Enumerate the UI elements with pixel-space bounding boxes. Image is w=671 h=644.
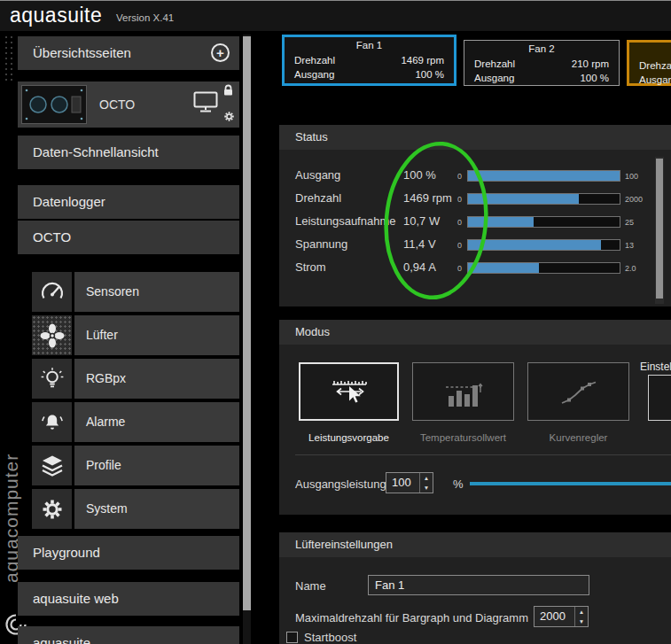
output-power-spinner[interactable]: 100 ▲▼ bbox=[386, 472, 433, 493]
mode-button-kurvenregler[interactable] bbox=[527, 362, 629, 421]
sidebar-item-label: Profile bbox=[74, 446, 239, 485]
sidebar-item-label: aquasuite web bbox=[33, 591, 119, 606]
aquasuite-window: aquasuite Version X.41 aquacomputer Über… bbox=[0, 0, 671, 644]
status-row: Ausgang 100 % 0 100 bbox=[279, 165, 671, 188]
status-panel: Status Ausgang 100 % 0 100 Drehzahl 1469… bbox=[279, 125, 671, 306]
fan-tab-2[interactable]: Fan 2 Drehzahl210 rpm Ausgang100 % bbox=[464, 40, 620, 86]
status-rows: Ausgang 100 % 0 100 Drehzahl 1469 rpm 0 … bbox=[279, 165, 671, 280]
mode-label-temperatursollwert: Temperatursollwert bbox=[409, 432, 518, 443]
fan-settings-panel: Lüftereinstellungen Name Fan 1 Maximaldr… bbox=[279, 532, 671, 644]
startboost-checkbox[interactable] bbox=[286, 632, 298, 643]
sidebar-item-system[interactable]: System bbox=[32, 489, 239, 529]
bargraph-fill bbox=[468, 171, 620, 181]
scrollbar-thumb[interactable] bbox=[243, 36, 251, 610]
fan-tab-3-partial[interactable]: Drehzahl Ausgang bbox=[627, 40, 671, 86]
status-bargraph bbox=[467, 170, 620, 182]
einstellungen-box-partial[interactable] bbox=[648, 375, 671, 421]
spinner-down-icon[interactable]: ▼ bbox=[420, 483, 433, 493]
fan-name-input[interactable]: Fan 1 bbox=[368, 575, 589, 595]
sidebar-item-rgbpx[interactable]: RGBpx bbox=[32, 359, 239, 399]
mode-button-leistungsvorgabe[interactable] bbox=[299, 362, 399, 421]
sidebar-item-daten-schnellansicht[interactable]: Daten-Schnellansicht bbox=[18, 136, 239, 169]
lock-icon[interactable] bbox=[222, 83, 234, 100]
bargraph-fill bbox=[468, 194, 579, 204]
spinner-value[interactable]: 2000 bbox=[534, 607, 574, 626]
fan-tab-1[interactable]: Fan 1 Drehzahl1469 rpm Ausgang100 % bbox=[282, 35, 456, 86]
fan-stat-label: Ausgang bbox=[294, 68, 334, 81]
monitor-icon[interactable] bbox=[193, 91, 218, 116]
spinner-down-icon[interactable]: ▼ bbox=[575, 617, 588, 626]
fan-stat-value: 100 % bbox=[415, 68, 444, 81]
sidebar-scrollbar[interactable] bbox=[243, 35, 251, 644]
status-panel-title: Status bbox=[279, 125, 671, 150]
status-value: 100 % bbox=[403, 168, 436, 182]
add-page-button[interactable]: + bbox=[211, 43, 230, 62]
spinner-up-icon[interactable]: ▲ bbox=[575, 607, 588, 617]
status-value: 0,94 A bbox=[403, 260, 436, 274]
sidebar: Übersichtsseiten + OCTO bbox=[18, 35, 239, 644]
slider-hand-icon bbox=[328, 376, 371, 407]
status-value: 11,4 V bbox=[403, 237, 436, 251]
fan-stat-label: Drehzahl bbox=[474, 58, 515, 71]
scrollbar-thumb[interactable] bbox=[656, 159, 663, 299]
status-row: Drehzahl 1469 rpm 0 2000 bbox=[279, 188, 671, 211]
barchart-icon bbox=[442, 376, 485, 407]
sidebar-item-label: Playground bbox=[33, 545, 100, 560]
sidebar-item-octo[interactable]: OCTO bbox=[18, 221, 239, 254]
device-row-octo[interactable]: OCTO bbox=[18, 81, 239, 128]
fan-stat-label: Ausgang bbox=[639, 74, 671, 87]
spinner-value[interactable]: 100 bbox=[386, 473, 419, 493]
gear-icon[interactable] bbox=[222, 110, 236, 127]
mode-label-leistungsvorgabe: Leistungsvorgabe bbox=[290, 432, 408, 443]
bar-max-label: 2.0 bbox=[625, 264, 636, 273]
status-label: Strom bbox=[295, 260, 326, 274]
bar-min-label: 0 bbox=[448, 172, 462, 181]
bar-max-label: 25 bbox=[625, 218, 634, 227]
modus-panel-title: Modus bbox=[279, 320, 671, 345]
max-rpm-spinner[interactable]: 2000 ▲▼ bbox=[534, 606, 589, 627]
status-row: Strom 0,94 A 0 2.0 bbox=[279, 257, 671, 280]
output-power-slider[interactable] bbox=[470, 482, 671, 485]
fan-stat-value: 1469 rpm bbox=[401, 54, 444, 67]
sidebar-item-uebersichtsseiten[interactable]: Übersichtsseiten + bbox=[18, 36, 239, 70]
gear-icon bbox=[32, 489, 72, 529]
output-power-label: Ausgangsleistung bbox=[295, 477, 386, 491]
bar-max-label: 2000 bbox=[625, 195, 643, 204]
sidebar-item-aquasuite-web[interactable]: aquasuite web bbox=[18, 582, 239, 616]
sidebar-item-aquasuite[interactable]: aquasuite bbox=[18, 626, 239, 644]
status-bargraph bbox=[467, 193, 620, 205]
sidebar-item-label: RGBpx bbox=[74, 359, 239, 399]
spinner-buttons: ▲▼ bbox=[419, 473, 433, 493]
status-label: Drehzahl bbox=[295, 191, 341, 205]
sidebar-item-label: System bbox=[74, 489, 239, 529]
mode-label-kurvenregler: Kurvenregler bbox=[526, 432, 631, 443]
startboost-label: Startboost bbox=[304, 631, 356, 644]
layers-icon bbox=[32, 446, 72, 485]
bell-icon bbox=[32, 402, 72, 442]
sidebar-item-luefter[interactable]: Lüfter bbox=[32, 315, 239, 355]
modus-panel: Modus bbox=[279, 320, 671, 515]
bar-min-label: 0 bbox=[448, 218, 462, 227]
status-row: Spannung 11,4 V 0 13 bbox=[279, 234, 671, 257]
status-scrollbar[interactable] bbox=[655, 157, 664, 304]
status-label: Leistungsaufnahme bbox=[295, 214, 395, 228]
bargraph-fill bbox=[468, 240, 601, 250]
bar-max-label: 100 bbox=[625, 172, 638, 181]
plus-icon: + bbox=[216, 45, 224, 60]
mode-button-temperatursollwert[interactable] bbox=[412, 362, 514, 421]
spinner-buttons: ▲▼ bbox=[574, 607, 588, 626]
sidebar-item-datenlogger[interactable]: Datenlogger bbox=[18, 185, 239, 219]
app-logo: aquasuite bbox=[10, 4, 102, 27]
sidebar-item-sensoren[interactable]: Sensoren bbox=[32, 272, 239, 312]
spinner-up-icon[interactable]: ▲ bbox=[420, 473, 433, 483]
sidebar-item-profile[interactable]: Profile bbox=[32, 446, 239, 485]
sidebar-item-playground[interactable]: Playground bbox=[18, 536, 239, 570]
einstellungen-label: Einstel bbox=[640, 361, 671, 373]
sidebar-item-label: Alarme bbox=[74, 402, 239, 442]
sidebar-item-label: Sensoren bbox=[74, 272, 239, 312]
device-thumbnail bbox=[21, 85, 87, 124]
bargraph-fill bbox=[468, 217, 534, 227]
sidebar-item-label: Übersichtsseiten bbox=[33, 45, 131, 60]
sidebar-item-alarme[interactable]: Alarme bbox=[32, 402, 239, 442]
fan-tab-title: Fan 2 bbox=[464, 43, 619, 57]
